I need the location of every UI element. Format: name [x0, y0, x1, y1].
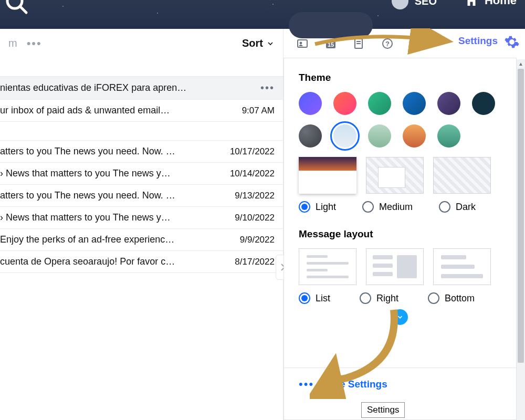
theme-swatch[interactable]: [299, 92, 322, 115]
help-icon[interactable]: ?: [381, 37, 394, 50]
calendar-icon[interactable]: 15: [324, 37, 337, 50]
appearance-radios: Light Medium Dark: [299, 201, 501, 213]
header-decor: [0, 0, 525, 29]
theme-preview-dark[interactable]: [433, 157, 491, 194]
scrollbar[interactable]: ▲: [517, 59, 525, 420]
list-toolbar: m ••• Sort: [0, 29, 283, 58]
chevron-down-icon: [266, 39, 275, 48]
scroll-thumb[interactable]: [518, 69, 524, 363]
message-row[interactable]: atters to you The news you need. Now. … …: [0, 141, 283, 163]
calendar-day: 15: [328, 41, 334, 48]
layout-radios: List Right Bottom: [299, 292, 501, 304]
appearance-light[interactable]: Light: [299, 201, 336, 213]
gear-icon[interactable]: [504, 34, 520, 52]
username: SEO: [415, 0, 437, 7]
settings-panel: Theme Light Medium Dark Message layout L…: [284, 58, 517, 420]
theme-swatch[interactable]: [403, 124, 426, 148]
message-row[interactable]: atters to you The news you need. Now. … …: [0, 185, 283, 207]
theme-swatch[interactable]: [368, 92, 391, 115]
message-row[interactable]: cuenta de Opera seoaraujo! Por favor c… …: [0, 251, 283, 273]
appearance-dark[interactable]: Dark: [439, 201, 476, 213]
list-spacer: [0, 122, 283, 141]
tooltip: Settings: [361, 402, 405, 418]
message-list-pane: m ••• Sort nientas educativas de iFOREX …: [0, 29, 284, 420]
theme-heading: Theme: [299, 72, 501, 83]
layout-right[interactable]: [366, 248, 424, 285]
message-row[interactable]: › News that matters to you The news y… 9…: [0, 207, 283, 229]
message-list: nientas educativas de iFOREX para aprend…: [0, 77, 283, 273]
theme-preview-medium[interactable]: [366, 157, 424, 194]
right-pane: 15 ? Settings Theme Light: [284, 29, 525, 420]
scroll-up-icon[interactable]: ▲: [517, 59, 525, 68]
chevron-down-icon: [392, 309, 408, 325]
layout-radio-right[interactable]: Right: [360, 292, 398, 304]
theme-swatch[interactable]: [437, 124, 460, 148]
theme-swatch[interactable]: [299, 124, 322, 148]
theme-preview-row: [299, 157, 501, 194]
panel-footer: ••• More Settings: [284, 368, 516, 401]
theme-swatch[interactable]: [403, 92, 426, 115]
list-spacer: [0, 58, 283, 77]
theme-swatch[interactable]: [472, 92, 495, 115]
theme-swatch[interactable]: [368, 124, 391, 148]
contacts-icon[interactable]: [296, 37, 309, 50]
layout-preview-row: [299, 248, 501, 285]
home-link[interactable]: Home: [464, 0, 525, 8]
layout-heading: Message layout: [299, 228, 501, 240]
message-row[interactable]: › News that matters to you The news y… 1…: [0, 163, 283, 185]
theme-swatch[interactable]: [333, 124, 356, 148]
avatar: [392, 0, 408, 9]
layout-list[interactable]: [299, 248, 356, 285]
folder-crumb: m: [8, 37, 17, 49]
appearance-medium[interactable]: Medium: [362, 201, 413, 213]
theme-swatch-row: [299, 124, 501, 148]
more-settings-link[interactable]: More Settings: [321, 379, 387, 390]
more-actions-icon[interactable]: •••: [27, 37, 42, 50]
layout-radio-bottom[interactable]: Bottom: [428, 292, 475, 304]
theme-swatch[interactable]: [333, 92, 356, 115]
svg-point-3: [300, 41, 302, 44]
message-row[interactable]: Enjoy the perks of an ad-free experienc……: [0, 229, 283, 251]
account-area[interactable]: SEO: [392, 0, 437, 9]
layout-bottom[interactable]: [433, 248, 491, 285]
svg-text:?: ?: [385, 40, 390, 48]
search-icon[interactable]: [4, 0, 29, 16]
app-header: SEO Home: [0, 0, 525, 29]
settings-link[interactable]: Settings: [458, 35, 498, 47]
theme-preview-light[interactable]: [299, 157, 356, 194]
ellipsis-icon: •••: [299, 377, 314, 391]
layout-radio-list[interactable]: List: [299, 292, 330, 304]
message-row[interactable]: nientas educativas de iFOREX para aprend…: [0, 77, 283, 100]
expand-more[interactable]: [299, 309, 501, 325]
notes-icon[interactable]: [353, 37, 365, 50]
home-icon: [464, 0, 479, 8]
theme-swatch-row: [299, 92, 501, 115]
panel-pointer: [484, 58, 496, 64]
message-row[interactable]: ur inbox of paid ads & unwanted email… 9…: [0, 100, 283, 122]
svg-line-1: [20, 6, 26, 13]
home-label: Home: [485, 0, 517, 7]
sort-button[interactable]: Sort: [242, 37, 275, 49]
theme-swatch[interactable]: [437, 92, 460, 115]
